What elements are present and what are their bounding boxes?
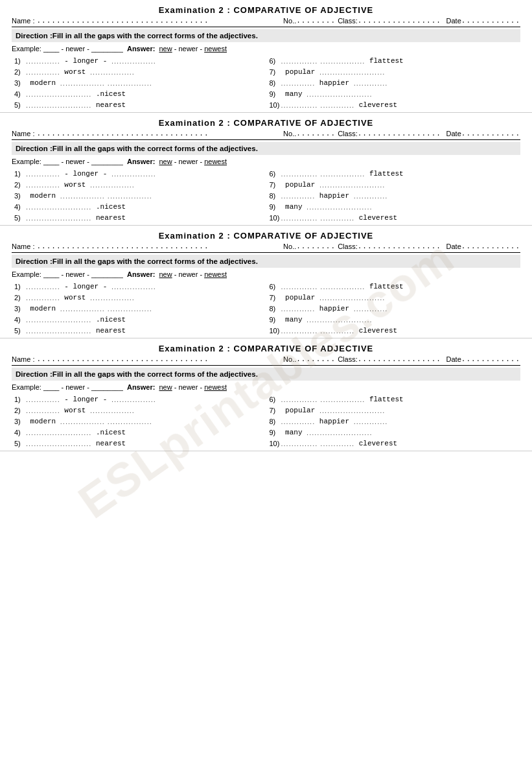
- item-row: 1)............. - longer - .............…: [14, 394, 263, 404]
- fill-dots: .............: [26, 57, 60, 65]
- item-num: 7): [270, 294, 281, 302]
- item-num: 4): [14, 429, 26, 436]
- name-label: Name :: [12, 355, 37, 363]
- item-row: 9) many .........................: [270, 314, 518, 324]
- item-num: 2): [14, 407, 26, 414]
- item-row: 1)............. - longer - .............…: [14, 169, 263, 178]
- fill-dots: .............: [26, 68, 60, 76]
- fill-dots: .............: [281, 79, 316, 87]
- date-dots: ............: [461, 17, 520, 25]
- date-label: Date: [446, 17, 461, 25]
- item-num: 7): [270, 68, 281, 76]
- no-label: No..: [283, 243, 296, 250]
- date-dots: ............: [461, 355, 520, 363]
- fill-dots: .............: [354, 79, 388, 87]
- fill-dots: .................: [90, 181, 135, 189]
- no-label: No..: [283, 355, 296, 363]
- fill-dots: .................: [111, 396, 156, 403]
- item-row: 8)............. happier .............: [270, 78, 518, 88]
- fill-dots: .............: [354, 418, 388, 425]
- item-num: 4): [14, 316, 26, 324]
- direction-box: Direction :Fill in all the gaps with the…: [12, 368, 520, 381]
- fill-dots: .............. .................: [281, 396, 365, 403]
- name-row: Name : .................................…: [12, 355, 520, 366]
- item-num: 5): [14, 101, 26, 109]
- item-row: 1)............. - longer - .............…: [14, 56, 263, 65]
- no-label: No..: [283, 130, 296, 137]
- item-row: 5)......................... nearest: [14, 326, 263, 335]
- exam-section: Examination 2 : COMPARATIVE OF ADJECTIVE…: [0, 113, 532, 226]
- item-num: 3): [14, 192, 26, 200]
- item-word: cleverest: [354, 101, 402, 109]
- item-row: 9) many .........................: [270, 89, 518, 99]
- item-num: 9): [270, 316, 281, 324]
- item-word: cleverest: [354, 214, 402, 222]
- item-word: popular: [281, 181, 319, 189]
- item-num: 1): [14, 57, 26, 65]
- item-word: happier: [315, 418, 353, 425]
- class-dots: .................: [358, 355, 446, 363]
- date-dots: ............: [461, 243, 520, 250]
- item-word: - longer -: [60, 170, 111, 178]
- fill-dots: .........................: [26, 429, 91, 436]
- item-row: 6).............. ................. flatt…: [270, 56, 518, 65]
- item-word: .nicest: [91, 316, 130, 324]
- item-row: 3) modern ................. ............…: [14, 416, 263, 426]
- example-line: Example: ____ - newer - ________ Answer:…: [12, 158, 520, 165]
- item-row: 7) popular .........................: [270, 292, 518, 302]
- fill-dots: .........................: [319, 407, 385, 414]
- item-row: 4)......................... .nicest: [14, 314, 263, 324]
- item-word: worst: [60, 294, 90, 302]
- name-label: Name :: [12, 243, 37, 250]
- name-row: Name : .................................…: [12, 130, 520, 140]
- item-row: 7) popular .........................: [270, 180, 518, 189]
- item-num: 10): [270, 440, 281, 447]
- fill-dots: .........................: [306, 90, 372, 98]
- items-grid: 1)............. - longer - .............…: [12, 281, 520, 335]
- item-row: 8)............. happier .............: [270, 416, 518, 426]
- fill-dots: .........................: [26, 440, 91, 447]
- fill-dots: .........................: [26, 90, 91, 98]
- item-word: nearest: [91, 327, 130, 335]
- exam-title: Examination 2 : COMPARATIVE OF ADJECTIVE: [12, 118, 520, 128]
- item-num: 8): [270, 192, 281, 200]
- class-label: Class:: [336, 243, 358, 250]
- item-word: happier: [315, 192, 353, 200]
- item-word: - longer -: [60, 57, 111, 65]
- item-num: 2): [14, 294, 26, 302]
- item-row: 4)......................... .nicest: [14, 202, 263, 211]
- item-row: 4)......................... .nicest: [14, 89, 263, 99]
- fill-dots: .............. .................: [281, 57, 365, 65]
- fill-dots: ................. .................: [60, 79, 152, 87]
- item-row: 5)......................... nearest: [14, 438, 263, 448]
- fill-dots: .............: [26, 283, 60, 290]
- item-row: 4)......................... .nicest: [14, 427, 263, 437]
- item-word: modern: [26, 192, 60, 200]
- item-num: 3): [14, 305, 26, 313]
- answer-label: Answer:: [127, 45, 159, 53]
- answer-rest: - newer - newest: [172, 270, 227, 278]
- name-dots: ...................................: [37, 17, 284, 25]
- answer-rest: - newer - newest: [172, 383, 227, 391]
- item-num: 7): [270, 407, 281, 414]
- item-row: 10).............. ............. cleveres…: [270, 100, 518, 110]
- class-dots: .................: [358, 130, 446, 137]
- fill-dots: .................: [111, 170, 156, 178]
- item-row: 5)......................... nearest: [14, 100, 263, 110]
- fill-dots: .............. .............: [281, 214, 355, 222]
- name-label: Name :: [12, 17, 37, 25]
- item-row: 3) modern ................. ............…: [14, 78, 263, 88]
- direction-box: Direction :Fill in all the gaps with the…: [12, 255, 520, 268]
- item-num: 9): [270, 90, 281, 98]
- item-num: 5): [14, 327, 26, 335]
- fill-dots: .................: [90, 68, 135, 76]
- name-dots: ...................................: [37, 243, 284, 250]
- item-num: 6): [270, 283, 281, 290]
- answer-label: Answer:: [127, 383, 159, 391]
- direction-box: Direction :Fill in all the gaps with the…: [12, 29, 520, 42]
- item-word: happier: [315, 79, 353, 87]
- item-row: 3) modern ................. ............…: [14, 303, 263, 313]
- class-dots: .................: [358, 17, 446, 25]
- fill-dots: .........................: [319, 181, 385, 189]
- item-word: nearest: [91, 440, 130, 447]
